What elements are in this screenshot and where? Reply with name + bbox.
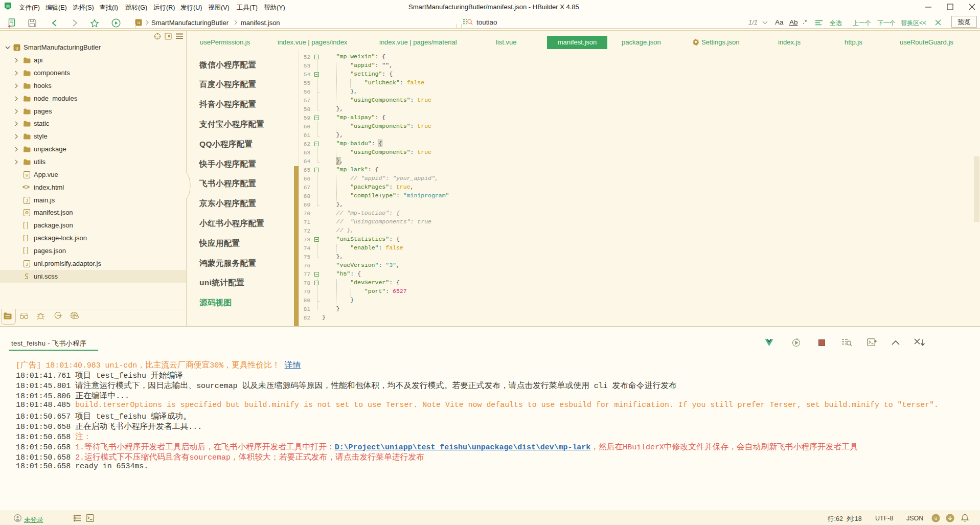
svg-text:u: u	[15, 45, 18, 51]
svg-text:J: J	[26, 261, 28, 266]
svg-text:u: u	[138, 20, 140, 25]
svg-text:V: V	[25, 172, 28, 177]
svg-text:H: H	[6, 4, 10, 9]
svg-text:u: u	[935, 516, 937, 521]
svg-text:J: J	[26, 198, 28, 203]
